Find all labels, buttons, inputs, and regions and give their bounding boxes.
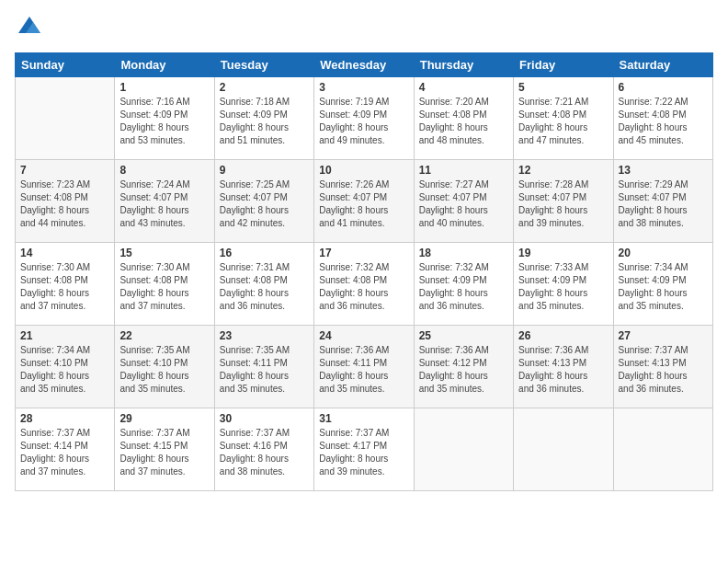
calendar-header-row: SundayMondayTuesdayWednesdayThursdayFrid… — [16, 53, 713, 77]
day-info: Sunrise: 7:33 AMSunset: 4:09 PMDaylight:… — [518, 261, 608, 313]
calendar-cell: 5Sunrise: 7:21 AMSunset: 4:08 PMDaylight… — [514, 77, 613, 160]
calendar-week-row: 21Sunrise: 7:34 AMSunset: 4:10 PMDayligh… — [16, 326, 713, 408]
day-info: Sunrise: 7:29 AMSunset: 4:07 PMDaylight:… — [619, 178, 708, 230]
calendar-cell: 11Sunrise: 7:27 AMSunset: 4:07 PMDayligh… — [414, 160, 513, 243]
calendar-cell: 1Sunrise: 7:16 AMSunset: 4:09 PMDaylight… — [115, 77, 214, 160]
day-number: 6 — [619, 81, 708, 94]
day-info: Sunrise: 7:30 AMSunset: 4:08 PMDaylight:… — [20, 261, 109, 313]
calendar-cell: 27Sunrise: 7:37 AMSunset: 4:13 PMDayligh… — [613, 326, 712, 408]
day-number: 22 — [119, 329, 209, 342]
calendar-cell: 3Sunrise: 7:19 AMSunset: 4:09 PMDaylight… — [314, 77, 414, 160]
day-number: 10 — [319, 164, 408, 177]
calendar-week-row: 1Sunrise: 7:16 AMSunset: 4:09 PMDaylight… — [16, 77, 713, 160]
calendar-cell — [514, 408, 613, 491]
day-info: Sunrise: 7:36 AMSunset: 4:11 PMDaylight:… — [319, 344, 408, 396]
day-number: 1 — [119, 81, 209, 94]
day-info: Sunrise: 7:35 AMSunset: 4:10 PMDaylight:… — [119, 344, 209, 396]
logo-icon — [17, 15, 42, 40]
calendar-cell: 18Sunrise: 7:32 AMSunset: 4:09 PMDayligh… — [414, 243, 513, 326]
day-info: Sunrise: 7:18 AMSunset: 4:09 PMDaylight:… — [220, 96, 309, 147]
day-number: 8 — [119, 164, 209, 177]
calendar-cell: 24Sunrise: 7:36 AMSunset: 4:11 PMDayligh… — [314, 326, 414, 408]
day-info: Sunrise: 7:37 AMSunset: 4:15 PMDaylight:… — [119, 427, 209, 478]
day-number: 9 — [220, 164, 309, 177]
day-info: Sunrise: 7:16 AMSunset: 4:09 PMDaylight:… — [119, 96, 209, 147]
day-info: Sunrise: 7:27 AMSunset: 4:07 PMDaylight:… — [419, 178, 508, 230]
calendar-cell: 30Sunrise: 7:37 AMSunset: 4:16 PMDayligh… — [214, 408, 313, 491]
calendar-header-friday: Friday — [514, 53, 613, 77]
calendar-header-monday: Monday — [115, 53, 214, 77]
calendar-cell: 6Sunrise: 7:22 AMSunset: 4:08 PMDaylight… — [613, 77, 712, 160]
day-number: 26 — [518, 329, 608, 342]
day-number: 5 — [518, 81, 608, 94]
day-number: 4 — [419, 81, 508, 94]
day-number: 17 — [319, 247, 408, 259]
day-info: Sunrise: 7:26 AMSunset: 4:07 PMDaylight:… — [319, 178, 408, 230]
day-number: 21 — [20, 329, 109, 342]
day-info: Sunrise: 7:37 AMSunset: 4:16 PMDaylight:… — [220, 427, 309, 478]
calendar-cell: 26Sunrise: 7:36 AMSunset: 4:13 PMDayligh… — [514, 326, 613, 408]
day-number: 30 — [220, 412, 309, 425]
calendar-cell — [613, 408, 712, 491]
day-info: Sunrise: 7:23 AMSunset: 4:08 PMDaylight:… — [20, 178, 109, 230]
calendar-cell: 4Sunrise: 7:20 AMSunset: 4:08 PMDaylight… — [414, 77, 513, 160]
day-info: Sunrise: 7:34 AMSunset: 4:10 PMDaylight:… — [20, 344, 109, 396]
calendar-cell: 19Sunrise: 7:33 AMSunset: 4:09 PMDayligh… — [514, 243, 613, 326]
day-number: 27 — [619, 329, 708, 342]
day-info: Sunrise: 7:32 AMSunset: 4:09 PMDaylight:… — [419, 261, 508, 313]
calendar-cell: 14Sunrise: 7:30 AMSunset: 4:08 PMDayligh… — [16, 243, 115, 326]
calendar-week-row: 7Sunrise: 7:23 AMSunset: 4:08 PMDaylight… — [16, 160, 713, 243]
calendar-cell: 15Sunrise: 7:30 AMSunset: 4:08 PMDayligh… — [115, 243, 214, 326]
day-number: 24 — [319, 329, 408, 342]
calendar-cell: 20Sunrise: 7:34 AMSunset: 4:09 PMDayligh… — [613, 243, 712, 326]
day-info: Sunrise: 7:21 AMSunset: 4:08 PMDaylight:… — [518, 96, 608, 147]
calendar-header-wednesday: Wednesday — [314, 53, 414, 77]
calendar-week-row: 14Sunrise: 7:30 AMSunset: 4:08 PMDayligh… — [16, 243, 713, 326]
day-number: 16 — [220, 247, 309, 259]
day-info: Sunrise: 7:19 AMSunset: 4:09 PMDaylight:… — [319, 96, 408, 147]
calendar-cell: 2Sunrise: 7:18 AMSunset: 4:09 PMDaylight… — [214, 77, 313, 160]
calendar-cell: 22Sunrise: 7:35 AMSunset: 4:10 PMDayligh… — [115, 326, 214, 408]
day-number: 20 — [619, 247, 708, 259]
calendar-cell: 12Sunrise: 7:28 AMSunset: 4:07 PMDayligh… — [514, 160, 613, 243]
day-number: 19 — [518, 247, 608, 259]
calendar-cell: 31Sunrise: 7:37 AMSunset: 4:17 PMDayligh… — [314, 408, 414, 491]
day-number: 12 — [518, 164, 608, 177]
calendar-cell: 21Sunrise: 7:34 AMSunset: 4:10 PMDayligh… — [16, 326, 115, 408]
day-number: 7 — [20, 164, 109, 177]
day-info: Sunrise: 7:31 AMSunset: 4:08 PMDaylight:… — [220, 261, 309, 313]
day-info: Sunrise: 7:37 AMSunset: 4:13 PMDaylight:… — [619, 344, 708, 396]
calendar-cell: 9Sunrise: 7:25 AMSunset: 4:07 PMDaylight… — [214, 160, 313, 243]
calendar-cell — [16, 77, 115, 160]
day-number: 28 — [20, 412, 109, 425]
day-number: 25 — [419, 329, 508, 342]
calendar-cell: 8Sunrise: 7:24 AMSunset: 4:07 PMDaylight… — [115, 160, 214, 243]
calendar-cell: 13Sunrise: 7:29 AMSunset: 4:07 PMDayligh… — [613, 160, 712, 243]
day-number: 3 — [319, 81, 408, 94]
day-info: Sunrise: 7:20 AMSunset: 4:08 PMDaylight:… — [419, 96, 508, 147]
calendar-cell: 23Sunrise: 7:35 AMSunset: 4:11 PMDayligh… — [214, 326, 313, 408]
day-number: 13 — [619, 164, 708, 177]
day-number: 31 — [319, 412, 408, 425]
day-info: Sunrise: 7:35 AMSunset: 4:11 PMDaylight:… — [220, 344, 309, 396]
calendar-cell: 16Sunrise: 7:31 AMSunset: 4:08 PMDayligh… — [214, 243, 313, 326]
calendar-header-thursday: Thursday — [414, 53, 513, 77]
calendar-week-row: 28Sunrise: 7:37 AMSunset: 4:14 PMDayligh… — [16, 408, 713, 491]
day-number: 15 — [119, 247, 209, 259]
calendar-cell — [414, 408, 513, 491]
day-info: Sunrise: 7:24 AMSunset: 4:07 PMDaylight:… — [119, 178, 209, 230]
calendar-header-tuesday: Tuesday — [214, 53, 313, 77]
page-header — [15, 15, 713, 41]
calendar-cell: 7Sunrise: 7:23 AMSunset: 4:08 PMDaylight… — [16, 160, 115, 243]
day-info: Sunrise: 7:37 AMSunset: 4:17 PMDaylight:… — [319, 427, 408, 478]
day-info: Sunrise: 7:37 AMSunset: 4:14 PMDaylight:… — [20, 427, 109, 478]
day-info: Sunrise: 7:32 AMSunset: 4:08 PMDaylight:… — [319, 261, 408, 313]
day-number: 18 — [419, 247, 508, 259]
day-info: Sunrise: 7:36 AMSunset: 4:13 PMDaylight:… — [518, 344, 608, 396]
day-number: 29 — [119, 412, 209, 425]
day-number: 23 — [220, 329, 309, 342]
day-number: 14 — [20, 247, 109, 259]
calendar-cell: 29Sunrise: 7:37 AMSunset: 4:15 PMDayligh… — [115, 408, 214, 491]
calendar-table: SundayMondayTuesdayWednesdayThursdayFrid… — [15, 52, 713, 491]
calendar-header-sunday: Sunday — [16, 53, 115, 77]
